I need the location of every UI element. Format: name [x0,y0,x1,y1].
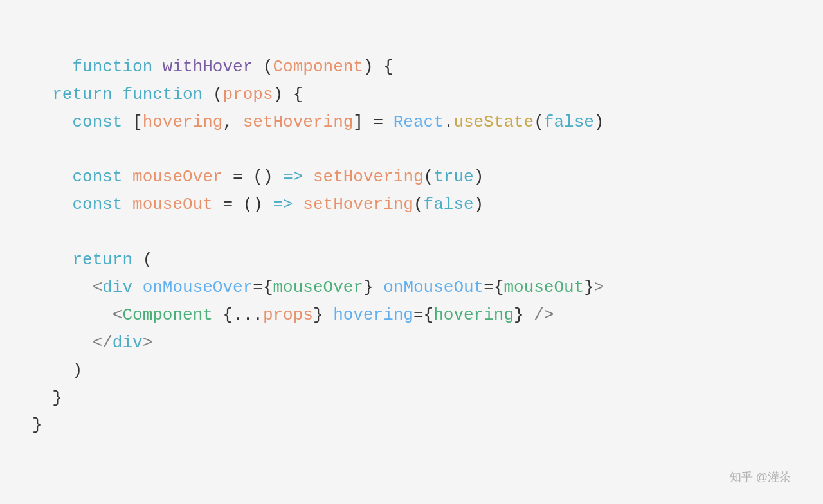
code-container: function withHover (Component) { return … [0,0,823,504]
watermark: 知乎 @灌茶 [730,469,791,485]
code-block: function withHover (Component) { return … [32,26,791,467]
